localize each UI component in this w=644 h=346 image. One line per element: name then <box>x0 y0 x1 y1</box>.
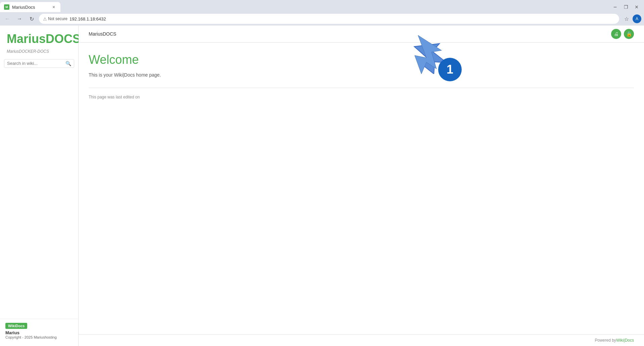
sidebar-footer: WikiDocs Marius Copyright - 2025 Mariush… <box>0 319 78 343</box>
lock-icon: 🔒 <box>626 31 632 37</box>
powered-by-link[interactable]: Wiki|Docs <box>616 338 634 343</box>
active-tab[interactable]: M MariusDocs × <box>0 2 60 12</box>
sidebar-logo[interactable]: MariusDOCS <box>0 32 78 49</box>
window-restore-button[interactable]: ❐ <box>621 2 631 12</box>
main-content: MariusDOCS 🖨 🔒 Welcome This is your Wiki… <box>79 26 644 346</box>
sidebar-instance: MariusDOCKER-DOCS <box>0 49 78 59</box>
main-body: Welcome This is your Wiki|Docs home page… <box>79 43 644 334</box>
page-divider <box>89 88 634 88</box>
page-title: Welcome <box>89 53 634 67</box>
address-bar: ← → ↻ ⚠ Not secure 192.168.1.18:6432 ☆ A <box>0 12 644 26</box>
page-layout: MariusDOCS MariusDOCKER-DOCS 🔍 WikiDocs … <box>0 26 644 346</box>
print-icon: 🖨 <box>614 31 618 37</box>
page-last-edited: This page was last edited on <box>89 95 634 99</box>
edit-button[interactable]: 🔒 <box>624 29 634 39</box>
powered-by-prefix: Powered by <box>595 338 616 343</box>
header-actions: 🖨 🔒 <box>611 29 634 39</box>
reload-button[interactable]: ↻ <box>27 14 36 24</box>
back-button[interactable]: ← <box>3 14 12 24</box>
wikidocs-badge: WikiDocs <box>5 323 27 329</box>
tab-title: MariusDocs <box>12 5 48 10</box>
sidebar-copyright: Copyright - 2025 Mariushosting <box>5 335 73 339</box>
browser-chrome: M MariusDocs × − ❐ × ← → ↻ ⚠ Not secure … <box>0 0 644 26</box>
address-input-wrap[interactable]: ⚠ Not secure 192.168.1.18:6432 <box>39 14 619 24</box>
not-secure-indicator: ⚠ Not secure <box>43 16 67 21</box>
print-button[interactable]: 🖨 <box>611 29 621 39</box>
bookmark-button[interactable]: ☆ <box>622 14 631 24</box>
sidebar-user: Marius <box>5 330 73 335</box>
tab-favicon: M <box>4 4 9 10</box>
sidebar: MariusDOCS MariusDOCKER-DOCS 🔍 WikiDocs … <box>0 26 79 346</box>
forward-button[interactable]: → <box>15 14 24 24</box>
not-secure-label: Not secure <box>48 16 67 21</box>
main-footer: Powered by Wiki|Docs <box>79 334 644 346</box>
browser-actions: ☆ A <box>622 14 641 24</box>
address-url[interactable]: 192.168.1.18:6432 <box>70 16 106 21</box>
tab-bar: M MariusDocs × − ❐ × <box>0 0 644 12</box>
window-minimize-button[interactable]: − <box>610 2 620 12</box>
sidebar-search-wrap[interactable]: 🔍 <box>4 59 74 68</box>
profile-icon[interactable]: A <box>633 14 641 23</box>
search-icon: 🔍 <box>65 61 71 66</box>
window-close-button[interactable]: × <box>632 2 641 12</box>
warning-icon: ⚠ <box>43 16 47 21</box>
main-header-title: MariusDOCS <box>89 31 116 37</box>
page-description: This is your Wiki|Docs home page. <box>89 72 634 78</box>
tab-close-button[interactable]: × <box>51 4 56 10</box>
search-input[interactable] <box>7 61 63 66</box>
main-header: MariusDOCS 🖨 🔒 <box>79 26 644 43</box>
